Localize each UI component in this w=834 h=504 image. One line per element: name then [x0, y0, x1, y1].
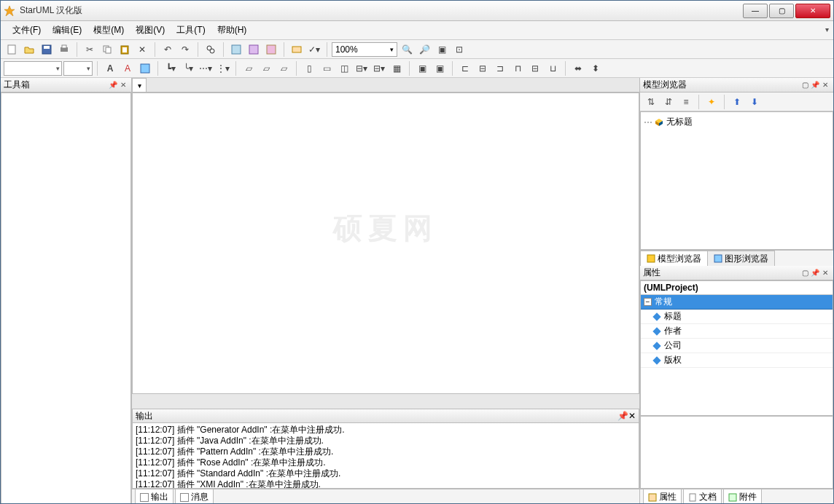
props-close-icon[interactable]: ✕	[820, 268, 830, 278]
tab-model-browser[interactable]: 模型浏览器	[640, 251, 708, 266]
tab-props[interactable]: 属性	[643, 489, 682, 504]
verify-button[interactable]: ✓▾	[306, 42, 322, 58]
tab-messages[interactable]: 消息	[175, 489, 214, 504]
open-button[interactable]	[21, 42, 37, 58]
layout1-button[interactable]: ▯	[301, 60, 317, 76]
maximize-button[interactable]: ▢	[769, 4, 794, 18]
model-tree[interactable]: ⋯ 无标题	[640, 111, 833, 250]
layout6-button[interactable]: ▦	[389, 60, 405, 76]
props-pin-icon[interactable]: 📌	[810, 268, 820, 278]
collapse-icon[interactable]: −	[644, 298, 652, 306]
menu-model[interactable]: 模型(M)	[87, 21, 130, 39]
dist-v-button[interactable]: ⬍	[588, 60, 604, 76]
visibility-combo[interactable]: ▾	[63, 61, 93, 76]
line-style1-button[interactable]: ┗▾	[163, 60, 179, 76]
filter-button[interactable]: ✦	[704, 94, 720, 110]
cut-button[interactable]: ✂	[82, 42, 98, 58]
layout4-button[interactable]: ⊟▾	[354, 60, 370, 76]
diamond-icon	[652, 342, 660, 350]
watermark: 硕夏网	[333, 208, 438, 248]
zoom-actual-button[interactable]: ⊡	[451, 42, 467, 58]
fill-color-button[interactable]	[137, 60, 153, 76]
browser-close-icon[interactable]: ✕	[820, 80, 830, 90]
align-top-button[interactable]: ⊓	[510, 60, 526, 76]
layout2-button[interactable]: ▭	[319, 60, 335, 76]
align-left-button[interactable]: ⊏	[457, 60, 473, 76]
diagram2-button[interactable]	[246, 42, 262, 58]
dist-h-button[interactable]: ⬌	[570, 60, 586, 76]
sort3-button[interactable]: ≡	[678, 94, 694, 110]
show3-button[interactable]: ▱	[276, 60, 292, 76]
minimize-button[interactable]: —	[743, 4, 768, 18]
tab-docs[interactable]: 文档	[683, 489, 722, 504]
zoom-select[interactable]: 100%▾	[332, 42, 397, 57]
show1-button[interactable]: ▱	[241, 60, 257, 76]
align-right-button[interactable]: ⊐	[492, 60, 508, 76]
menu-view[interactable]: 视图(V)	[130, 21, 171, 39]
menu-tools[interactable]: 工具(T)	[171, 21, 211, 39]
font-button[interactable]: A	[102, 60, 118, 76]
tab-output[interactable]: 输出	[135, 489, 174, 504]
up-button[interactable]: ⬆	[729, 94, 745, 110]
sort2-button[interactable]: ⇵	[660, 94, 677, 110]
prop-row-author[interactable]: 作者	[641, 324, 833, 339]
redo-button[interactable]: ↷	[177, 42, 193, 58]
save-button[interactable]	[39, 42, 55, 58]
group2-button[interactable]: ▣	[432, 60, 448, 76]
align-center-button[interactable]: ⊟	[475, 60, 491, 76]
zoom-fit-button[interactable]: ▣	[434, 42, 450, 58]
toolbox-pin-icon[interactable]: 📌	[108, 80, 118, 90]
menu-help[interactable]: 帮助(H)	[211, 21, 253, 39]
delete-button[interactable]: ✕	[134, 42, 150, 58]
find-button[interactable]	[203, 42, 219, 58]
diagram1-button[interactable]	[228, 42, 244, 58]
tree-root[interactable]: ⋯ 无标题	[644, 115, 830, 129]
toolbar-main: ✂ ✕ ↶ ↷ ✓▾ 100%▾ 🔍 🔎 ▣ ⊡	[1, 40, 833, 59]
prop-row-company[interactable]: 公司	[641, 339, 833, 353]
new-button[interactable]	[4, 42, 20, 58]
svg-rect-22	[649, 494, 656, 501]
zoom-in-button[interactable]: 🔍	[399, 42, 415, 58]
align-bottom-button[interactable]: ⊔	[545, 60, 561, 76]
zoom-out-button[interactable]: 🔎	[416, 42, 432, 58]
browser-pin-icon[interactable]: 📌	[810, 80, 820, 90]
bottom-tabs-left: 输出 消息	[132, 489, 639, 504]
tab-selector-icon[interactable]: ▾	[132, 78, 147, 92]
output-close-icon[interactable]: ✕	[628, 411, 636, 421]
layout5-button[interactable]: ⊟▾	[371, 60, 387, 76]
tab-diagram-browser[interactable]: 图形浏览器	[707, 251, 775, 266]
line-style2-button[interactable]: ╰▾	[180, 60, 196, 76]
align-middle-button[interactable]: ⊟	[527, 60, 543, 76]
browser-toolbar: ⇅ ⇵ ≡ ✦ ⬆ ⬇	[640, 92, 833, 111]
show2-button[interactable]: ▱	[258, 60, 274, 76]
layout3-button[interactable]: ◫	[336, 60, 352, 76]
diagram3-button[interactable]	[263, 42, 279, 58]
prop-row-title[interactable]: 标题	[641, 310, 833, 324]
diagram-canvas[interactable]: 硕夏网	[132, 92, 639, 394]
stereotype-combo[interactable]: ▾	[4, 61, 62, 76]
output-log[interactable]: [11:12:07] 插件 "Generator AddIn" :在菜单中注册成…	[132, 423, 639, 489]
undo-button[interactable]: ↶	[160, 42, 176, 58]
tab-attach[interactable]: 附件	[723, 489, 762, 504]
model-button[interactable]	[289, 42, 305, 58]
group1-button[interactable]: ▣	[414, 60, 430, 76]
paste-button[interactable]	[117, 42, 133, 58]
prop-row-copyright[interactable]: 版权	[641, 353, 833, 368]
line-style3-button[interactable]: ⋯▾	[198, 60, 214, 76]
browser-maximize-icon[interactable]: ▢	[800, 80, 810, 90]
copy-button[interactable]	[99, 42, 115, 58]
menu-edit[interactable]: 编辑(E)	[47, 21, 87, 39]
print-button[interactable]	[56, 42, 72, 58]
line-style4-button[interactable]: ⋮▾	[215, 60, 231, 76]
font-color-button[interactable]: A	[120, 60, 136, 76]
output-pin-icon[interactable]: 📌	[617, 411, 628, 421]
down-button[interactable]: ⬇	[747, 94, 763, 110]
props-grid[interactable]: (UMLProject) − 常规 标题 作者 公司 版权	[640, 280, 833, 416]
menu-chevron-icon[interactable]: ▾	[825, 25, 829, 34]
toolbox-close-icon[interactable]: ✕	[118, 80, 128, 90]
menu-file[interactable]: 文件(F)	[7, 21, 47, 39]
sort1-button[interactable]: ⇅	[643, 94, 659, 110]
close-button[interactable]: ✕	[795, 4, 830, 18]
props-maximize-icon[interactable]: ▢	[800, 268, 810, 278]
props-category[interactable]: − 常规	[641, 295, 833, 310]
